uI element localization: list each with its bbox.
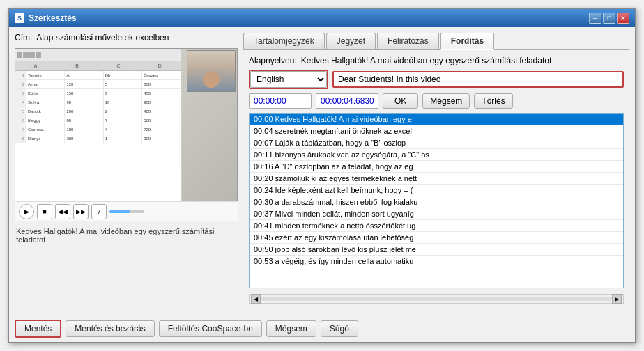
col-c: C <box>98 61 139 70</box>
cim-value: Alap számolási műveletek excelben <box>36 33 169 42</box>
subtitles-list[interactable]: 00:00 Kedves Hallgatók! A mai videóban e… <box>249 113 624 288</box>
next-button[interactable]: ▶▶ <box>73 204 89 219</box>
tab-tartalomjegyzek[interactable]: Tartalomjegyzék <box>243 33 325 49</box>
subtitle-item-4[interactable]: 00:11 bizonyos áruknak van az egységára,… <box>250 149 623 161</box>
excel-row: 6 Meggy 80 7 560 <box>15 116 181 125</box>
excel-row: 2 Alma 120 5 600 <box>15 80 181 89</box>
alapnyelven-label: Alapnyelven: <box>249 56 297 65</box>
scroll-left-icon: ◀ <box>254 296 258 302</box>
tab-forditas[interactable]: Fordítás <box>440 33 494 50</box>
excel-row: 5 Barack 200 2 400 <box>15 107 181 116</box>
time-start-input[interactable] <box>249 93 312 109</box>
translation-input[interactable] <box>332 71 624 88</box>
video-screenshot: A B C D 1 Termék Ár Db Összeg <box>15 49 237 201</box>
right-panel: Tartalomjegyzék Jegyzet Feliratozás Ford… <box>243 33 629 309</box>
save-button[interactable]: Mentés <box>15 320 61 338</box>
col-d: D <box>139 61 181 70</box>
alapnyelven-row: Alapnyelven: Kedves Hallgatók! A mai vid… <box>249 56 624 65</box>
delete-button[interactable]: Törlés <box>474 93 512 109</box>
excel-row: 7 Cseresz. 180 4 720 <box>15 125 181 134</box>
person-thumbnail <box>187 50 236 92</box>
maximize-button[interactable]: □ <box>603 13 615 24</box>
subtitle-item-12[interactable]: 00:50 jobb alsó sarokban lévő kis plusz … <box>250 244 623 256</box>
subtitle-item-11[interactable]: 00:45 ezért az egy kiszámolása után lehe… <box>250 232 623 244</box>
volume-button[interactable]: ♪ <box>91 204 107 219</box>
translation-content: Alapnyelven: Kedves Hallgatók! A mai vid… <box>243 50 629 309</box>
minimize-button[interactable]: ─ <box>589 13 601 24</box>
subtitle-item-5[interactable]: 00:16 A "D" oszlopban az a feladat, hogy… <box>250 161 623 173</box>
app-icon: S <box>15 13 24 23</box>
window-title: Szerkesztés <box>29 13 77 23</box>
play-button[interactable]: ▶ <box>19 204 34 219</box>
cim-row: Cím: Alap számolási műveletek excelben <box>15 33 238 42</box>
excel-row: 3 Körte 150 3 450 <box>15 89 181 98</box>
player-controls: ▶ ■ ◀◀ ▶▶ ♪ <box>15 201 238 221</box>
prev-icon: ◀◀ <box>58 208 68 215</box>
main-content: Cím: Alap számolási műveletek excelben <box>9 27 635 315</box>
subtitle-item-1[interactable]: 00:00 Kedves Hallgatók! A mai videóban e… <box>250 114 623 125</box>
subtitle-item-8[interactable]: 00:30 a darabszámmal, hiszen ebből fog k… <box>250 196 623 208</box>
alapnyelven-value: Kedves Hallgatók! A mai videóban egy egy… <box>301 56 552 65</box>
scroll-right-button[interactable]: ▶ <box>612 294 622 304</box>
titlebar-buttons: ─ □ ✕ <box>589 13 629 24</box>
tb-item <box>23 52 29 58</box>
subtitle-item-10[interactable]: 00:41 minden terméknek a nettó összérték… <box>250 220 623 232</box>
language-select-container: English Deutsch Français Magyar <box>249 70 328 89</box>
stop-icon: ■ <box>43 208 46 215</box>
tb-item <box>36 52 41 58</box>
excel-toolbar <box>15 49 181 61</box>
col-b: B <box>56 61 98 70</box>
left-panel: Cím: Alap számolási műveletek excelben <box>15 33 238 309</box>
titlebar: S Szerkesztés ─ □ ✕ <box>9 9 635 27</box>
h-scroll-track[interactable] <box>261 297 612 301</box>
col-a: A <box>15 61 56 70</box>
next-icon: ▶▶ <box>76 208 86 215</box>
volume-icon: ♪ <box>98 208 101 215</box>
stop-button[interactable]: ■ <box>37 204 52 219</box>
excel-mock: A B C D 1 Termék Ár Db Összeg <box>15 49 182 201</box>
subtitle-display: Kedves Hallgatók! A mai videóban egy egy… <box>15 226 238 245</box>
volume-slider[interactable] <box>109 210 144 213</box>
excel-row: 8 Dinnye 300 1 300 <box>15 134 181 143</box>
subtitle-item-6[interactable]: 00:20 számoljuk ki az egyes termékeknek … <box>250 173 623 185</box>
volume-fill <box>109 210 130 213</box>
tb-item <box>29 52 35 58</box>
tb-item <box>17 52 22 58</box>
excel-row: 4 Szilva 90 10 900 <box>15 98 181 107</box>
tab-jegyzet[interactable]: Jegyzet <box>326 33 376 49</box>
cancel-button[interactable]: Mégsem <box>422 93 470 109</box>
subtitle-item-13[interactable]: 00:53 a végéig, és így minden cella auto… <box>250 256 623 267</box>
time-row: OK Mégsem Törlés <box>249 93 624 109</box>
bottom-buttons: Mentés Mentés és bezárás Feltöltés CooSp… <box>9 315 635 342</box>
excel-row: 1 Termék Ár Db Összeg <box>15 71 181 80</box>
ok-button[interactable]: OK <box>383 93 418 109</box>
excel-rows: 1 Termék Ár Db Összeg 2 Alma 120 5 <box>15 71 181 143</box>
minimize-icon: ─ <box>593 15 597 22</box>
cim-label: Cím: <box>15 33 32 42</box>
person-avatar <box>203 71 220 88</box>
save-close-button[interactable]: Mentés és bezárás <box>66 320 154 337</box>
excel-col-headers: A B C D <box>15 61 181 71</box>
prev-button[interactable]: ◀◀ <box>55 204 70 219</box>
subtitle-item-2[interactable]: 00:04 szeretnék megtanítani önöknek az e… <box>250 125 623 137</box>
language-select[interactable]: English Deutsch Français Magyar <box>250 71 327 88</box>
scroll-left-button[interactable]: ◀ <box>251 294 261 304</box>
titlebar-left: S Szerkesztés <box>15 13 77 23</box>
lang-row: English Deutsch Français Magyar <box>249 70 624 89</box>
cancel-bottom-button[interactable]: Mégsem <box>266 320 316 337</box>
close-icon: ✕ <box>620 15 626 22</box>
subtitle-item-7[interactable]: 00:24 Ide képletként azt kell beírnunk, … <box>250 185 623 196</box>
close-button[interactable]: ✕ <box>617 13 629 24</box>
tab-feliratasok[interactable]: Feliratozás <box>377 33 439 49</box>
subtitle-item-9[interactable]: 00:37 Mivel minden cellát, minden sort u… <box>250 208 623 220</box>
maximize-icon: □ <box>607 15 611 22</box>
main-window: S Szerkesztés ─ □ ✕ Cím: Alap számolási … <box>8 8 636 343</box>
time-end-input[interactable] <box>316 93 378 109</box>
upload-button[interactable]: Feltöltés CooSpace-be <box>159 320 262 337</box>
player-bar: Szüneteltetve 00:01 <box>15 201 237 201</box>
help-button[interactable]: Súgó <box>321 320 358 337</box>
horizontal-scrollbar[interactable]: ◀ ▶ <box>249 294 624 304</box>
scroll-right-icon: ▶ <box>615 296 619 302</box>
tabs: Tartalomjegyzék Jegyzet Feliratozás Ford… <box>243 33 629 50</box>
subtitle-item-3[interactable]: 00:07 Láják a táblázatban, hogy a "B" os… <box>250 137 623 149</box>
